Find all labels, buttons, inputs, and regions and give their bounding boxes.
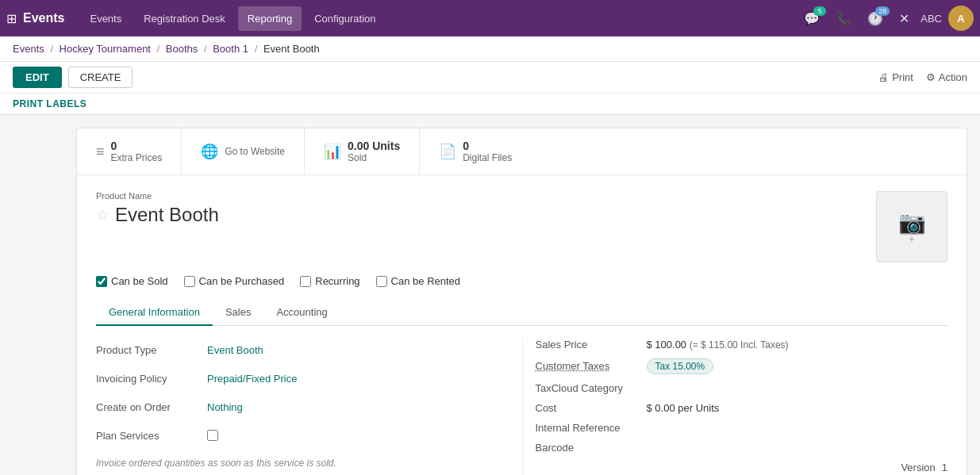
form-section-left: Product Type Event Booth Invoicing Polic… [96, 339, 522, 475]
sold-value: 0.00 Units [348, 140, 400, 152]
recurring-input[interactable] [300, 276, 311, 287]
nav-right-area: 💬 5 📞 🕐 28 ✕ ABC A [799, 6, 974, 31]
extra-prices-label: Extra Prices [111, 152, 163, 163]
stat-sold[interactable]: 📊 0.00 Units Sold [305, 128, 420, 174]
recurring-checkbox[interactable]: Recurring [300, 275, 359, 287]
customer-taxes-label: Customer Taxes [536, 360, 647, 372]
can-be-purchased-input[interactable] [184, 276, 195, 287]
menu-item-configuration[interactable]: Configuration [305, 6, 385, 31]
can-be-rented-input[interactable] [376, 276, 387, 287]
plan-services-row: Plan Services [96, 424, 497, 446]
stats-bar: ≡ 0 Extra Prices 🌐 Go to Website 📊 0.00 … [77, 128, 967, 175]
breadcrumb-sep-1: / [50, 43, 56, 55]
form-card: ≡ 0 Extra Prices 🌐 Go to Website 📊 0.00 … [76, 128, 967, 475]
version-value: 1 [942, 462, 947, 473]
tax-badge[interactable]: Tax 15.00% [647, 358, 714, 374]
sold-label: Sold [348, 152, 400, 163]
product-title-area: Product Name ☆ Event Booth [96, 191, 876, 226]
print-labels-bar[interactable]: PRINT LABELS [0, 94, 980, 115]
cost-label: Cost [536, 402, 647, 414]
can-be-purchased-checkbox[interactable]: Can be Purchased [184, 275, 285, 287]
product-type-value[interactable]: Event Booth [207, 344, 263, 356]
product-name-row: ☆ Event Booth [96, 204, 876, 226]
note-invoice: Invoice ordered quantities as soon as th… [96, 456, 497, 470]
extra-prices-value: 0 [111, 140, 163, 152]
recurring-label: Recurring [315, 275, 359, 287]
file-icon: 📄 [439, 143, 456, 160]
invoicing-policy-value[interactable]: Prepaid/Fixed Price [207, 373, 297, 385]
tab-sales[interactable]: Sales [213, 300, 264, 326]
breadcrumb-sep-3: / [204, 43, 209, 55]
sales-price-value[interactable]: $ 100.00 (= $ 115.00 Incl. Taxes) [647, 339, 789, 351]
chat-icon-btn[interactable]: 💬 5 [799, 8, 824, 29]
form-grid: Product Type Event Booth Invoicing Polic… [96, 339, 947, 475]
clock-badge: 28 [875, 6, 890, 16]
username-label: ABC [920, 13, 942, 25]
form-section-right: Sales Price $ 100.00 (= $ 115.00 Incl. T… [522, 339, 948, 475]
goto-website-label: Go to Website [225, 146, 285, 157]
print-button[interactable]: 🖨 Print [878, 71, 913, 83]
phone-icon-btn[interactable]: 📞 [831, 8, 856, 29]
edit-button[interactable]: EDIT [13, 67, 62, 88]
breadcrumb-hockey[interactable]: Hockey Tournament [60, 43, 151, 55]
can-be-sold-input[interactable] [96, 276, 107, 287]
action-button[interactable]: ⚙ Action [926, 71, 967, 83]
toolbar-right: 🖨 Print ⚙ Action [878, 71, 967, 83]
product-name-value[interactable]: Event Booth [115, 204, 219, 226]
create-button[interactable]: CREATE [68, 67, 133, 88]
product-image-upload[interactable]: 📷 + [876, 191, 947, 262]
tab-general-information[interactable]: General Information [96, 300, 213, 326]
breadcrumb-current: Event Booth [263, 43, 320, 55]
invoicing-policy-label: Invoicing Policy [96, 373, 207, 385]
user-avatar[interactable]: A [948, 6, 974, 31]
bar-chart-icon: 📊 [324, 143, 341, 160]
stat-sold-text: 0.00 Units Sold [348, 140, 400, 163]
product-type-row: Product Type Event Booth [96, 339, 497, 361]
version-label: Version [901, 462, 935, 473]
taxcloud-category-row: TaxCloud Category [536, 382, 948, 394]
print-label: Print [892, 71, 913, 83]
stat-digital-files[interactable]: 📄 0 Digital Files [420, 128, 531, 174]
sales-price-row: Sales Price $ 100.00 (= $ 115.00 Incl. T… [536, 339, 948, 351]
create-on-order-value[interactable]: Nothing [207, 401, 243, 413]
breadcrumb-booths[interactable]: Booths [166, 43, 198, 55]
can-be-rented-label: Can be Rented [391, 275, 460, 287]
tab-accounting[interactable]: Accounting [263, 300, 340, 326]
cost-value[interactable]: $ 0.00 per Units [647, 402, 720, 414]
sales-price-label: Sales Price [536, 339, 647, 351]
breadcrumb-sep-2: / [157, 43, 163, 55]
breadcrumb-sep-4: / [255, 43, 260, 55]
plan-services-checkbox[interactable] [207, 430, 218, 441]
favorite-star-icon[interactable]: ☆ [96, 206, 109, 224]
gear-icon: ⚙ [926, 71, 936, 83]
chat-badge: 5 [813, 6, 826, 16]
breadcrumb-events[interactable]: Events [13, 43, 44, 55]
main-content: ≡ 0 Extra Prices 🌐 Go to Website 📊 0.00 … [0, 115, 980, 475]
menu-item-reporting[interactable]: Reporting [238, 6, 302, 31]
breadcrumb: Events / Hockey Tournament / Booths / Bo… [0, 36, 980, 62]
create-on-order-label: Create on Order [96, 401, 207, 413]
internal-reference-label: Internal Reference [536, 422, 647, 434]
plan-services-label: Plan Services [96, 430, 207, 442]
create-on-order-row: Create on Order Nothing [96, 396, 497, 418]
tab-bar: General Information Sales Accounting [96, 300, 947, 326]
brand-label[interactable]: Events [23, 11, 64, 25]
print-icon: 🖨 [878, 71, 889, 83]
grid-icon[interactable]: ⊞ [6, 11, 17, 26]
can-be-sold-label: Can be Sold [111, 275, 168, 287]
stat-goto-website[interactable]: 🌐 Go to Website [182, 128, 305, 174]
close-icon-btn[interactable]: ✕ [894, 8, 914, 29]
add-image-icon: + [909, 232, 915, 245]
list-icon: ≡ [96, 144, 105, 160]
cost-row: Cost $ 0.00 per Units [536, 402, 948, 414]
invoicing-policy-row: Invoicing Policy Prepaid/Fixed Price [96, 367, 497, 389]
breadcrumb-booth1[interactable]: Booth 1 [213, 43, 248, 55]
clock-icon-btn[interactable]: 🕐 28 [863, 8, 888, 29]
stat-extra-prices[interactable]: ≡ 0 Extra Prices [77, 128, 182, 174]
menu-item-registration[interactable]: Registration Desk [134, 6, 235, 31]
stat-goto-website-text: Go to Website [225, 146, 285, 157]
digital-files-label: Digital Files [463, 152, 512, 163]
can-be-rented-checkbox[interactable]: Can be Rented [376, 275, 460, 287]
can-be-sold-checkbox[interactable]: Can be Sold [96, 275, 168, 287]
menu-item-events[interactable]: Events [80, 6, 131, 31]
